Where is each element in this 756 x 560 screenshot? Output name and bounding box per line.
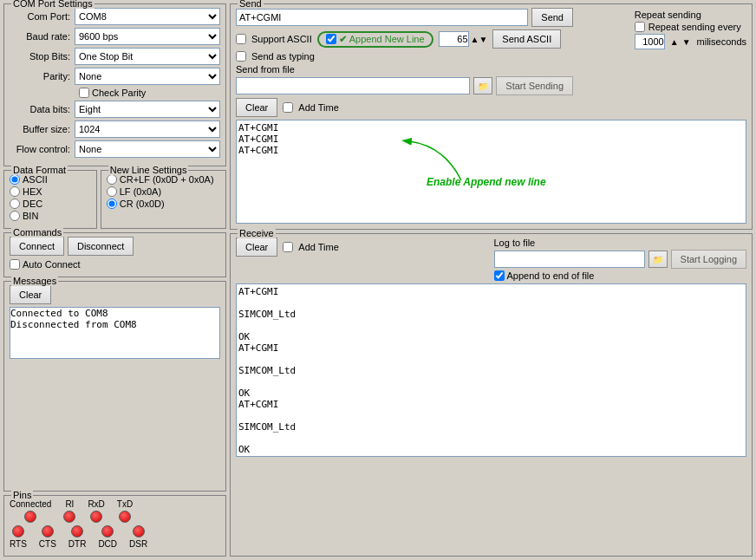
receive-textarea[interactable] xyxy=(236,283,746,457)
auto-connect-label: Auto Connect xyxy=(23,259,81,270)
pin-dtr-led xyxy=(71,525,83,537)
miliseconds-label: miliseconds xyxy=(697,36,746,47)
crlf-label: CR+LF (0x0D + 0x0A) xyxy=(120,174,214,185)
com-port-select[interactable]: COM8 xyxy=(75,8,220,25)
send-as-typing-checkbox[interactable] xyxy=(236,51,246,62)
append-to-file-label: Append to end of file xyxy=(507,270,595,281)
bin-label: BIN xyxy=(23,211,38,221)
send-from-file-label: Send from file xyxy=(236,64,295,75)
receive-add-time-checkbox[interactable] xyxy=(283,242,293,252)
messages-textarea[interactable] xyxy=(10,307,220,359)
ascii-label: ASCII xyxy=(23,174,48,185)
repeat-sending-title: Repeat sending xyxy=(635,10,746,20)
pin-dsr: DSR xyxy=(129,525,147,549)
repeat-value-input[interactable] xyxy=(635,34,665,49)
send-clear-button[interactable]: Clear xyxy=(236,98,277,117)
send-add-time-checkbox[interactable] xyxy=(283,102,293,113)
cr-radio[interactable] xyxy=(107,199,117,209)
append-new-line-label: Append New Line xyxy=(349,34,425,44)
connect-button[interactable]: Connect xyxy=(10,237,64,256)
check-parity-checkbox[interactable] xyxy=(79,88,89,98)
pin-rts-led xyxy=(12,525,24,537)
send-content-area: Enable Append new line xyxy=(236,120,746,224)
auto-connect-checkbox[interactable] xyxy=(10,259,20,270)
crlf-radio[interactable] xyxy=(107,174,117,185)
hex-radio[interactable] xyxy=(10,186,20,197)
repeat-every-checkbox[interactable] xyxy=(635,22,645,32)
append-to-file-checkbox[interactable] xyxy=(494,270,505,281)
receive-top-area: Clear Add Time Log to file 📁 Start Loggi… xyxy=(236,238,746,281)
pin-dcd: DCD xyxy=(98,525,117,549)
pin-txd-led xyxy=(119,511,131,523)
buffer-size-label: Buffer size: xyxy=(10,124,75,134)
parity-select[interactable]: None xyxy=(75,68,220,85)
parity-label: Parity: xyxy=(10,71,75,81)
send-ascii-button[interactable]: Send ASCII xyxy=(492,29,561,49)
receive-add-time-label: Add Time xyxy=(298,242,338,252)
send-textarea[interactable] xyxy=(236,120,746,224)
pin-ri-led xyxy=(63,511,75,523)
ascii-spin-group: ▲▼ xyxy=(439,31,488,47)
log-to-file-title: Log to file xyxy=(494,238,747,248)
pin-dtr: DTR xyxy=(68,525,87,549)
append-new-line-checkbox[interactable] xyxy=(326,34,336,44)
buffer-size-select[interactable]: 1024 xyxy=(75,120,220,138)
dec-radio[interactable] xyxy=(10,199,20,209)
pin-dcd-label: DCD xyxy=(98,539,117,549)
support-ascii-checkbox[interactable] xyxy=(236,34,246,44)
pin-dsr-label: DSR xyxy=(129,539,147,549)
log-file-input[interactable] xyxy=(494,251,645,268)
com-port-settings: COM Port Settings Com Port: COM8 Baud ra… xyxy=(3,3,226,166)
ascii-value-input[interactable] xyxy=(439,31,469,47)
start-sending-button[interactable]: Start Sending xyxy=(496,76,573,95)
send-add-time-label: Add Time xyxy=(298,102,338,113)
messages-group: Messages Clear xyxy=(3,281,226,492)
messages-title: Messages xyxy=(11,276,58,286)
pin-ri: RI xyxy=(63,499,75,523)
com-port-label: Com Port: xyxy=(10,11,75,22)
repeat-every-label: Repeat sending every xyxy=(648,22,741,32)
send-title: Send xyxy=(238,0,264,9)
file-browse-button[interactable]: 📁 xyxy=(473,77,492,94)
new-line-group: New Line Settings CR+LF (0x0D + 0x0A) LF… xyxy=(101,170,226,229)
stop-bits-select[interactable]: One Stop Bit xyxy=(75,48,220,65)
pin-cts-label: CTS xyxy=(39,539,56,549)
send-as-typing-label: Send as typing xyxy=(251,51,315,62)
ascii-radio[interactable] xyxy=(10,174,20,185)
check-parity-label: Check Parity xyxy=(92,88,146,98)
log-to-file-group: Log to file 📁 Start Logging Append to en… xyxy=(494,238,747,281)
checkmark-icon: ✔ xyxy=(339,34,347,45)
log-browse-button[interactable]: 📁 xyxy=(648,251,668,268)
send-command-input[interactable] xyxy=(236,9,528,26)
bin-radio[interactable] xyxy=(10,211,20,221)
pins-group: Pins Connected RI RxD TxD xyxy=(3,495,226,557)
commands-group: Commands Connect Disconnect Auto Connect xyxy=(3,232,226,277)
data-format-title: Data Format xyxy=(11,165,68,175)
repeat-sending-group: Repeat sending Repeat sending every ▲ ▼ … xyxy=(635,10,746,49)
send-file-input[interactable] xyxy=(236,77,470,94)
messages-clear-button[interactable]: Clear xyxy=(10,285,51,304)
start-logging-button[interactable]: Start Logging xyxy=(671,250,746,269)
pin-connected: Connected xyxy=(10,499,51,523)
lf-radio[interactable] xyxy=(107,186,117,197)
pin-txd: TxD xyxy=(117,499,133,523)
dec-label: DEC xyxy=(23,199,42,209)
data-bits-select[interactable]: Eight xyxy=(75,101,220,118)
send-button[interactable]: Send xyxy=(531,8,573,27)
receive-group: Receive Clear Add Time Log to file 📁 Sta… xyxy=(230,233,753,557)
receive-title: Receive xyxy=(238,228,276,238)
send-group: Send Repeat sending Repeat sending every… xyxy=(230,3,753,230)
pin-cts: CTS xyxy=(39,525,56,549)
flow-control-label: Flow control: xyxy=(10,144,75,154)
support-ascii-label: Support ASCII xyxy=(251,34,312,44)
pin-dcd-led xyxy=(101,525,114,537)
data-bits-label: Data bits: xyxy=(10,104,75,114)
data-format-group: Data Format ASCII HEX DEC BIN xyxy=(3,170,97,229)
flow-control-select[interactable]: None xyxy=(75,140,220,158)
pin-rxd: RxD xyxy=(88,499,104,523)
pin-connected-led xyxy=(24,511,36,523)
pin-rxd-label: RxD xyxy=(88,499,104,509)
baud-rate-select[interactable]: 9600 bps xyxy=(75,28,220,45)
receive-clear-button[interactable]: Clear xyxy=(236,238,277,257)
disconnect-button[interactable]: Disconnect xyxy=(68,237,134,256)
